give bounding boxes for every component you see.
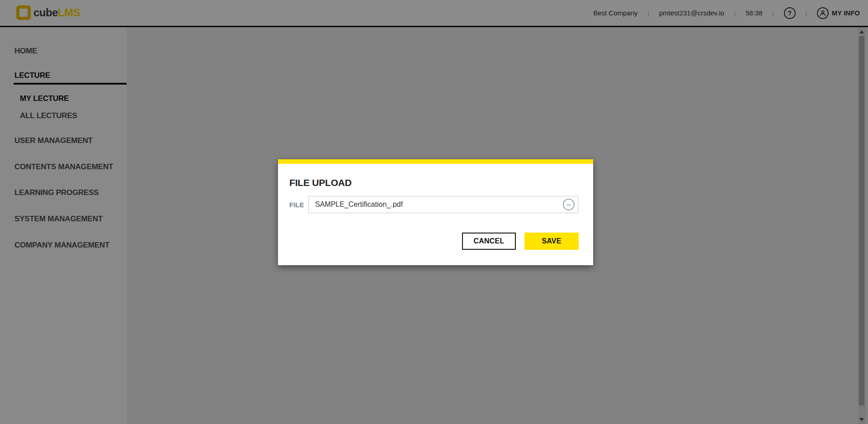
- dialog-accent-bar: [278, 159, 593, 164]
- dialog-save-button[interactable]: SAVE: [524, 233, 579, 250]
- dialog-file-label: FILE: [289, 201, 304, 209]
- app-root: cube LMS Best Company | pmtest231@crsdev…: [0, 0, 868, 424]
- file-upload-dialog: FILE UPLOAD FILE – CANCEL SAVE: [278, 159, 593, 265]
- remove-file-icon[interactable]: –: [563, 199, 575, 210]
- dialog-file-input[interactable]: [308, 196, 578, 213]
- dialog-cancel-button[interactable]: CANCEL: [462, 233, 516, 250]
- dialog-title: FILE UPLOAD: [289, 177, 352, 188]
